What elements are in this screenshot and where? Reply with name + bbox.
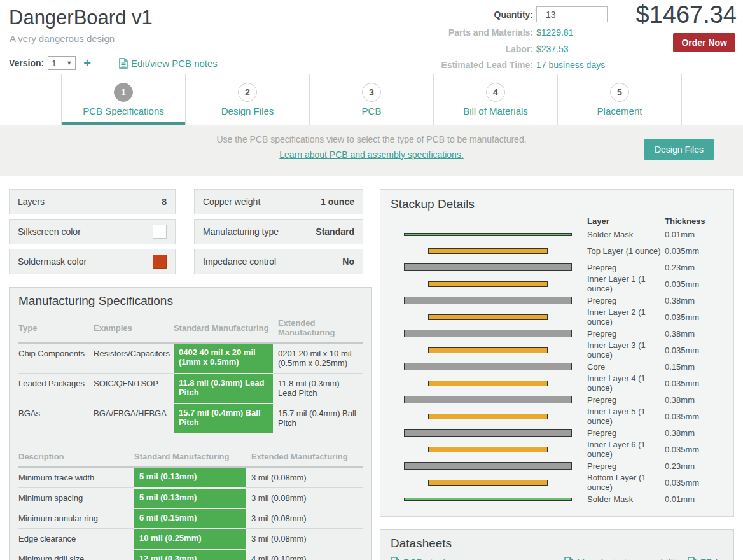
tolerance-specs-table: Description Standard Manufacturing Exten… [18, 448, 363, 560]
stackup-rows: Solder Mask0.01mmTop Layer (1 ounce)0.03… [391, 226, 723, 507]
stackup-row: Solder Mask0.01mm [391, 226, 723, 242]
tab-placement[interactable]: 5 Placement [558, 74, 682, 125]
stackup-layer-thickness: 0.38mm [665, 395, 723, 405]
stackup-layer-name: Core [585, 362, 665, 372]
stackup-row: Solder Mask0.01mm [391, 491, 723, 507]
datasheet-link-label: PCB stackup [403, 557, 459, 560]
order-now-button[interactable]: Order Now [673, 33, 735, 52]
stackup-layer-thickness: 0.035mm [665, 312, 723, 322]
extended-cell: 3 mil (0.08mm) [246, 467, 363, 488]
step-number-badge: 3 [362, 83, 381, 102]
silkscreen-color-label: Silkscreen color [18, 227, 81, 237]
description-cell: Minimum drill size [18, 549, 134, 560]
step-number-badge: 1 [114, 83, 133, 102]
stackup-layer-name: Prepreg [585, 428, 665, 438]
document-icon [119, 58, 128, 69]
manufacturing-specifications-title: Manufacturing Specifications [18, 294, 363, 308]
extended-cell: 4 mil (0.10mm) [246, 549, 363, 560]
column-header: Standard Manufacturing [174, 314, 273, 343]
examples-cell: Resistors/Capacitors [94, 343, 174, 374]
stackup-layer-name: Inner Layer 3 (1 ounce) [585, 340, 665, 360]
impedance-control-label: Impedance control [203, 256, 276, 267]
pcb-stackup-datasheet-link[interactable]: PCB stackup [391, 557, 459, 560]
stackup-layer-name: Prepreg [585, 263, 665, 272]
column-header: Extended Manufacturing [246, 448, 363, 467]
stackup-layer-bar-copper [428, 480, 548, 486]
tab-pcb[interactable]: 3 PCB [310, 74, 434, 125]
step-number-badge: 4 [486, 83, 505, 102]
standard-cell-highlighted: 10 mil (0.25mm) [134, 529, 246, 549]
main-content: Layers 8 Copper weight 1 ounce Silkscree… [0, 176, 743, 560]
table-row: Minimum drill size 12 mil (0.3mm) 4 mil … [18, 549, 363, 560]
manufacturing-specifications-panel: Manufacturing Specifications Type Exampl… [9, 287, 372, 560]
stackup-layer-bar-substrate [404, 263, 572, 271]
stackup-layer-thickness: 0.01mm [665, 230, 723, 239]
step-number-badge: 5 [610, 83, 629, 102]
silkscreen-color-card[interactable]: Silkscreen color [9, 219, 176, 244]
stackup-layer-bar-mask [404, 233, 572, 236]
manufacturing-capabilities-datasheet-link[interactable]: Manufacturing capabilities [564, 557, 687, 560]
stackup-layer-bar-copper [428, 248, 548, 254]
add-version-icon[interactable]: + [83, 57, 91, 69]
tab-label: Placement [558, 106, 681, 116]
soldermask-color-label: Soldermask color [18, 256, 87, 267]
learn-specs-link[interactable]: Learn about PCB and assembly specificati… [279, 150, 464, 160]
stackup-layer-name: Solder Mask [585, 230, 665, 239]
extended-cell: 3 mil (0.08mm) [246, 488, 363, 508]
page-title: DangerBoard v1 [9, 6, 153, 29]
impedance-control-card[interactable]: Impedance control No [194, 249, 363, 274]
silkscreen-color-swatch[interactable] [153, 225, 167, 239]
tab-pcb-specifications[interactable]: 1 PCB Specifications [62, 74, 186, 125]
stackup-table-header: Layer Thickness [391, 216, 723, 226]
fr4-datasheet-link[interactable]: FR4 [688, 557, 718, 560]
design-files-button[interactable]: Design Files [644, 139, 714, 160]
version-select[interactable]: 1 ▼ [48, 56, 76, 70]
layers-card[interactable]: Layers 8 [9, 189, 176, 214]
datasheet-links: PCB stackup Manufacturing capabilities [391, 557, 723, 560]
table-row: BGAs BGA/FBGA/HFBGA 15.7 mil (0.4mm) Bal… [18, 403, 363, 433]
tab-design-files[interactable]: 2 Design Files [186, 74, 310, 125]
stackup-layer-name: Top Layer (1 ounce) [585, 246, 665, 256]
lead-time-label: Estimated Lead Time: [441, 60, 533, 70]
standard-line1: 0402 40 mil x 20 mil [179, 347, 256, 357]
table-row: Chip Components Resistors/Capacitors 040… [18, 343, 363, 374]
pdf-file-icon [391, 557, 399, 560]
stackup-layer-bar-substrate [404, 396, 572, 403]
stackup-layer-thickness: 0.38mm [665, 296, 723, 305]
manufacturing-type-card[interactable]: Manufacturing type Standard [194, 219, 363, 244]
stackup-details-panel: Stackup Details Layer Thickness Solder M… [380, 189, 734, 517]
stackup-row: Prepreg0.23mm [391, 259, 723, 276]
edit-pcb-notes-label: Edit/view PCB notes [131, 58, 218, 69]
stackup-layer-bar-substrate [404, 462, 572, 470]
stackup-layer-bar-mask [404, 498, 572, 501]
stackup-row: Prepreg0.38mm [391, 424, 723, 441]
extended-cell: 3 mil (0.08mm) [246, 529, 363, 549]
stackup-row: Top Layer (1 ounce)0.035mm [391, 242, 723, 259]
copper-weight-card[interactable]: Copper weight 1 ounce [194, 189, 363, 214]
tab-label: PCB [310, 106, 433, 116]
impedance-control-value: No [342, 256, 354, 267]
stackup-layer-thickness: 0.035mm [665, 412, 723, 421]
stackup-row: Inner Layer 1 (1 ounce)0.035mm [391, 276, 723, 292]
type-cell: Leaded Packages [18, 374, 94, 403]
datasheets-panel: Datasheets PCB stackup [380, 529, 734, 560]
description-cell: Edge clearance [18, 529, 134, 549]
standard-cell-highlighted: 15.7 mil (0.4mm) Ball Pitch [174, 403, 273, 433]
quantity-label: Quantity: [494, 10, 533, 20]
soldermask-color-card[interactable]: Soldermask color [9, 249, 176, 274]
stackup-layer-bar-substrate [404, 363, 572, 370]
edit-pcb-notes-link[interactable]: Edit/view PCB notes [119, 58, 218, 69]
quantity-input[interactable] [536, 6, 608, 22]
standard-cell-highlighted: 0402 40 mil x 20 mil(1mm x 0.5mm) [174, 343, 273, 374]
layer-column-header: Layer [585, 216, 665, 226]
stackup-row: Inner Layer 3 (1 ounce)0.035mm [391, 342, 723, 358]
stackup-layer-name: Prepreg [585, 296, 665, 305]
column-header: Extended Manufacturing [273, 314, 363, 343]
description-cell: Minimum annular ring [18, 508, 134, 529]
soldermask-color-swatch[interactable] [153, 255, 167, 269]
tab-bill-of-materials[interactable]: 4 Bill of Materials [434, 74, 558, 125]
tab-label: Design Files [186, 106, 309, 116]
stackup-column: Stackup Details Layer Thickness Solder M… [380, 189, 734, 560]
stackup-layer-name: Inner Layer 5 (1 ounce) [585, 407, 665, 426]
pcb-order-page: DangerBoard v1 A very dangerous design V… [0, 0, 743, 560]
